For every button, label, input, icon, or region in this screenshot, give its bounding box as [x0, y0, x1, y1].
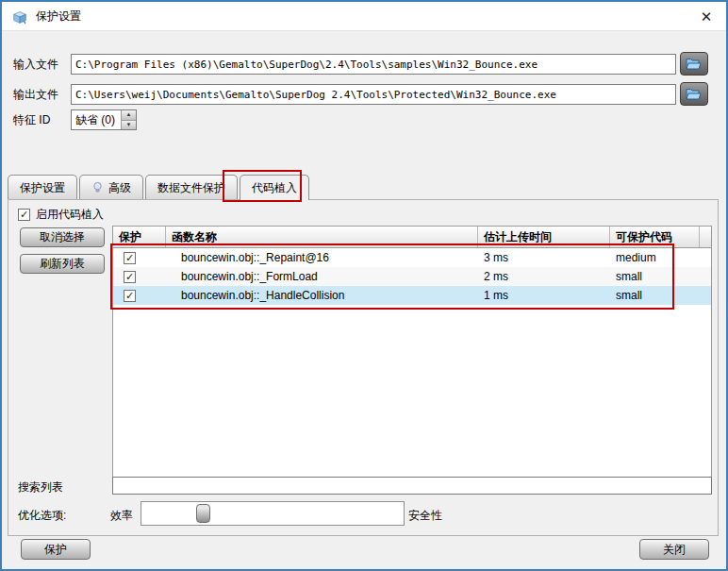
- header-protectable-code[interactable]: 可保护代码: [610, 227, 700, 247]
- tab-label: 高级: [108, 176, 131, 199]
- input-file-field[interactable]: C:\Program Files (x86)\Gemalto\SuperDog\…: [71, 54, 676, 75]
- protection-settings-dialog: 保护设置 ✕ 输入文件 C:\Program Files (x86)\Gemal…: [0, 0, 728, 571]
- enable-code-injection-label: 启用代码植入: [36, 207, 104, 223]
- function-table: 保护 函数名称 估计上传时间 可保护代码 ✓ bouncewin.obj::_R…: [112, 226, 712, 478]
- header-function-name[interactable]: 函数名称: [166, 227, 478, 247]
- cell-protectable-code: small: [610, 270, 700, 283]
- slider-handle[interactable]: [196, 504, 210, 523]
- cell-protect: ✓: [113, 289, 166, 302]
- optimization-slider[interactable]: [141, 501, 405, 526]
- table-row[interactable]: ✓ bouncewin.obj::_Repaint@16 3 ms medium: [113, 248, 711, 267]
- table-row-selected[interactable]: ✓ bouncewin.obj::_HandleCollision 1 ms s…: [113, 286, 711, 305]
- optimization-options-label: 优化选项:: [18, 505, 66, 526]
- row-checkbox[interactable]: ✓: [124, 271, 136, 283]
- enable-code-injection-checkbox[interactable]: ✓: [18, 209, 30, 221]
- enable-code-injection-row: ✓ 启用代码植入: [18, 207, 104, 223]
- spinner-down-icon[interactable]: ▼: [122, 120, 136, 130]
- cell-protect: ✓: [113, 251, 166, 264]
- cell-upload-time: 1 ms: [478, 289, 610, 302]
- row-checkbox[interactable]: ✓: [124, 252, 136, 264]
- lightbulb-icon: [91, 181, 104, 193]
- code-injection-panel: ✓ 启用代码植入 取消选择 刷新列表 保护 函数名称 估计上传时间 可保护代码 …: [8, 199, 719, 536]
- cell-protect: ✓: [113, 270, 166, 283]
- spinner-up-icon[interactable]: ▲: [122, 110, 136, 120]
- table-row[interactable]: ✓ bouncewin.obj::_FormLoad 2 ms small: [113, 267, 711, 286]
- protect-button[interactable]: 保护: [21, 539, 91, 560]
- output-file-field[interactable]: C:\Users\weij\Documents\Gemalto\SuperDog…: [71, 84, 676, 105]
- folder-icon: [686, 88, 703, 101]
- tab-label: 保护设置: [20, 176, 65, 199]
- feature-id-spinner[interactable]: 缺省 (0) ▲ ▼: [71, 109, 137, 130]
- header-protect[interactable]: 保护: [113, 227, 166, 247]
- app-icon: [11, 8, 28, 25]
- feature-id-value: 缺省 (0): [72, 110, 121, 129]
- cell-function-name: bouncewin.obj::_HandleCollision: [166, 289, 478, 302]
- tab-label: 数据文件保护: [157, 176, 225, 199]
- tab-protection-settings[interactable]: 保护设置: [8, 175, 77, 199]
- header-spacer: [700, 227, 711, 247]
- cell-function-name: bouncewin.obj::_FormLoad: [166, 270, 478, 283]
- tab-label: 代码植入: [252, 176, 297, 199]
- cell-protectable-code: medium: [610, 251, 700, 264]
- tab-data-file-protection[interactable]: 数据文件保护: [145, 175, 238, 199]
- close-icon[interactable]: ✕: [696, 7, 717, 27]
- efficiency-label: 效率: [110, 505, 133, 526]
- input-file-browse-button[interactable]: [680, 52, 708, 76]
- cell-upload-time: 3 ms: [478, 251, 610, 264]
- cell-protectable-code: small: [610, 289, 700, 302]
- deselect-button[interactable]: 取消选择: [20, 227, 105, 247]
- output-file-label: 输出文件: [13, 84, 58, 105]
- header-upload-time[interactable]: 估计上传时间: [478, 227, 610, 247]
- close-button[interactable]: 关闭: [639, 539, 709, 560]
- feature-id-label: 特征 ID: [13, 109, 50, 130]
- cell-upload-time: 2 ms: [478, 270, 610, 283]
- security-label: 安全性: [408, 505, 442, 526]
- title-bar: 保护设置 ✕: [2, 2, 726, 31]
- output-file-browse-button[interactable]: [680, 82, 708, 106]
- tab-code-injection[interactable]: 代码植入: [240, 175, 309, 200]
- refresh-list-button[interactable]: 刷新列表: [20, 254, 105, 274]
- cell-function-name: bouncewin.obj::_Repaint@16: [166, 251, 478, 264]
- tab-bar: 保护设置 高级 数据文件保护 代码植入: [8, 175, 309, 200]
- table-header-row: 保护 函数名称 估计上传时间 可保护代码: [113, 227, 711, 248]
- window-title: 保护设置: [36, 2, 81, 31]
- input-file-label: 输入文件: [13, 54, 58, 75]
- tab-advanced[interactable]: 高级: [79, 175, 143, 199]
- search-list-input[interactable]: [112, 477, 712, 495]
- search-list-label: 搜索列表: [18, 478, 63, 496]
- row-checkbox[interactable]: ✓: [124, 290, 136, 302]
- folder-icon: [686, 58, 703, 71]
